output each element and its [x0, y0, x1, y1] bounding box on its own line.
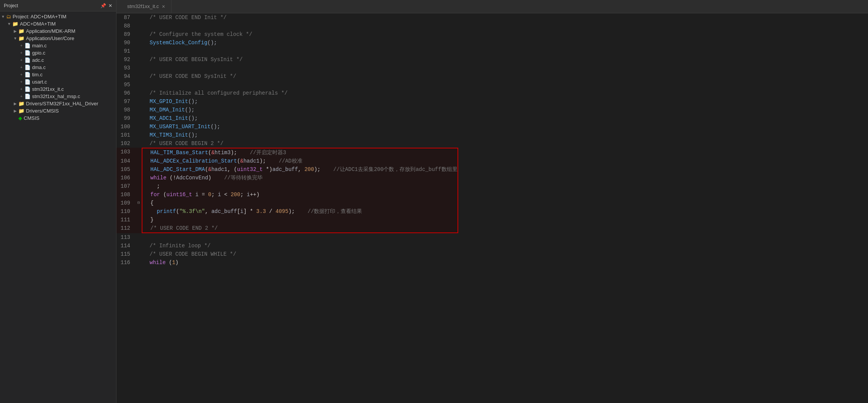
sidebar-item-label: Project: ADC+DMA+TIM: [13, 14, 66, 19]
sidebar-item-tim-c[interactable]: +📄tim.c: [0, 71, 116, 78]
line-number: 110: [116, 207, 136, 216]
fold-indicator: [136, 30, 142, 39]
sidebar-item-project-root[interactable]: ▼🗂Project: ADC+DMA+TIM: [0, 13, 116, 20]
sidebar-item-adc-c[interactable]: +📄adc.c: [0, 56, 116, 64]
line-number: 106: [116, 174, 136, 182]
folder-icon: 📁: [18, 28, 24, 34]
expand-icon: +: [18, 44, 24, 48]
sidebar-item-dma-c[interactable]: +📄dma.c: [0, 64, 116, 71]
code-line-115: 115 /* USER CODE BEGIN WHILE */: [116, 250, 458, 258]
sidebar-item-label: Drivers/STM32F1xx_HAL_Driver: [26, 101, 98, 106]
tab-close-icon[interactable]: ×: [161, 3, 166, 10]
file-icon: 📄: [24, 64, 31, 70]
code-line-108: 108 for (uint16_t i = 0; i < 200; i++): [116, 190, 458, 199]
code-line-88: 88: [116, 22, 458, 30]
sidebar-item-label: usart.c: [32, 79, 47, 85]
line-number: 115: [116, 250, 136, 258]
sidebar-item-usart-c[interactable]: +📄usart.c: [0, 78, 116, 85]
code-line-102: 102 /* USER CODE BEGIN 2 */: [116, 139, 458, 148]
tab-modified-dot: [122, 5, 125, 8]
line-code-content: /* Initialize all configured peripherals…: [142, 89, 458, 97]
line-code-content: /* USER CODE END SysInit */: [142, 72, 458, 81]
expand-icon: ▼: [12, 36, 18, 40]
line-number: 90: [116, 39, 136, 47]
code-line-92: 92 /* USER CODE BEGIN SysInit */: [116, 55, 458, 64]
sidebar-item-label: gpio.c: [32, 50, 45, 56]
sidebar-item-stm32f1xx-it-c[interactable]: +📄stm32f1xx_it.c: [0, 85, 116, 93]
sidebar-item-app-mdk-arm[interactable]: ▶📁Application/MDK-ARM: [0, 27, 116, 35]
expand-icon: ▶: [12, 109, 18, 113]
expand-icon: +: [18, 73, 24, 77]
line-code-content: printf("%.3f\n", adc_buff[i] * 3.3 / 409…: [142, 207, 458, 216]
fold-indicator: [136, 106, 142, 114]
sidebar-item-drivers-cmsis[interactable]: ▶📁Drivers/CMSIS: [0, 107, 116, 114]
line-code-content: /* USER CODE BEGIN 2 */: [142, 139, 458, 148]
code-line-116: 116 while (1): [116, 258, 458, 267]
code-line-110: 110 printf("%.3f\n", adc_buff[i] * 3.3 /…: [116, 207, 458, 216]
code-line-94: 94 /* USER CODE END SysInit */: [116, 72, 458, 81]
code-line-87: 87 /* USER CODE END Init */: [116, 13, 458, 22]
line-number: 95: [116, 81, 136, 89]
sidebar-item-gpio-c[interactable]: +📄gpio.c: [0, 49, 116, 56]
code-line-106: 106 while (!AdcConvEnd) //等待转换完毕: [116, 174, 458, 182]
line-code-content: [142, 64, 458, 72]
code-line-111: 111 }: [116, 216, 458, 224]
sidebar-item-label: stm32f1xx_hal_msp.c: [32, 93, 80, 99]
code-line-96: 96 /* Initialize all configured peripher…: [116, 89, 458, 97]
expand-icon: +: [18, 65, 24, 69]
sidebar-item-main-c[interactable]: +📄main.c: [0, 42, 116, 49]
sidebar-item-label: adc.c: [32, 57, 44, 63]
sidebar-item-label: CMSIS: [24, 115, 39, 121]
line-number: 103: [116, 148, 136, 157]
tab-stm32f1xx-it-tab[interactable]: stm32f1xx_it.c ×: [116, 0, 171, 13]
sidebar-item-cmsis[interactable]: ◆CMSIS: [0, 114, 116, 122]
sidebar-item-label: main.c: [32, 43, 47, 48]
sidebar-item-label: tim.c: [32, 72, 42, 77]
line-number: 107: [116, 182, 136, 190]
line-code-content: /* Configure the system clock */: [142, 30, 458, 39]
line-number: 114: [116, 242, 136, 250]
expand-icon: +: [18, 94, 24, 98]
file-icon: 📄: [24, 50, 31, 56]
line-number: 102: [116, 139, 136, 148]
line-code-content: MX_TIM3_Init();: [142, 131, 458, 139]
line-code-content: while (!AdcConvEnd) //等待转换完毕: [142, 174, 458, 182]
fold-indicator: [136, 148, 142, 157]
line-number: 87: [116, 13, 136, 22]
sidebar-item-stm32f1xx-hal-msp-c[interactable]: +📄stm32f1xx_hal_msp.c: [0, 93, 116, 100]
expand-icon: ▶: [12, 102, 18, 106]
line-code-content: /* USER CODE BEGIN WHILE */: [142, 250, 458, 258]
lines-container: 87 /* USER CODE END Init */8889 /* Confi…: [116, 13, 458, 403]
file-icon: 📄: [24, 43, 31, 48]
line-number: 104: [116, 157, 136, 165]
expand-icon: +: [18, 87, 24, 91]
sidebar-item-drivers-stm32[interactable]: ▶📁Drivers/STM32F1xx_HAL_Driver: [0, 100, 116, 107]
line-code-content: MX_GPIO_Init();: [142, 97, 458, 106]
fold-indicator: [136, 47, 142, 55]
fold-indicator[interactable]: ⊟: [136, 199, 142, 207]
line-number: 92: [116, 55, 136, 64]
tab-label: stm32f1xx_it.c: [127, 3, 159, 9]
sidebar-item-label: Application/User/Core: [26, 35, 74, 41]
line-code-content: HAL_ADC_Start_DMA(&hadc1, (uint32_t *)ad…: [142, 165, 458, 174]
diamond-icon: ◆: [18, 115, 22, 121]
code-line-104: 104 HAL_ADCEx_Calibration_Start(&hadc1);…: [116, 157, 458, 165]
sidebar-item-label: Drivers/CMSIS: [26, 108, 59, 114]
close-icon[interactable]: ✕: [108, 3, 112, 8]
fold-indicator: [136, 250, 142, 258]
fold-indicator: [136, 216, 142, 224]
fold-indicator: [136, 81, 142, 89]
sidebar-item-adc-dma-tim[interactable]: ▼📁ADC+DMA+TIM: [0, 20, 116, 27]
sidebar-item-app-user-core[interactable]: ▼📁Application/User/Core: [0, 35, 116, 42]
code-wrapper[interactable]: 87 /* USER CODE END Init */8889 /* Confi…: [116, 13, 868, 403]
folder-icon: 📁: [18, 108, 24, 114]
fold-indicator: [136, 97, 142, 106]
sidebar-title: Project: [4, 3, 18, 8]
line-number: 88: [116, 22, 136, 30]
fold-indicator: [136, 72, 142, 81]
sidebar-item-label: Application/MDK-ARM: [26, 28, 75, 34]
folder-icon: 📁: [18, 101, 24, 106]
line-code-content: MX_DMA_Init();: [142, 106, 458, 114]
pin-icon[interactable]: 📌: [100, 3, 106, 8]
sidebar-item-label: ADC+DMA+TIM: [20, 21, 56, 27]
